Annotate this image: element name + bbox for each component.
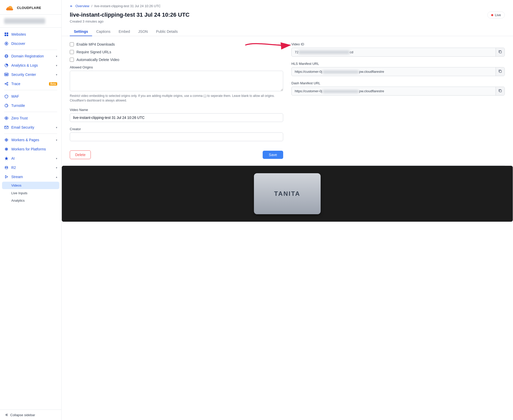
- tab-captions[interactable]: Captions: [92, 27, 114, 36]
- actions-row: Delete Save: [70, 146, 283, 159]
- video-id-prefix: 72: [295, 50, 298, 54]
- require-signed-label[interactable]: Require Signed URLs: [76, 50, 111, 54]
- live-badge: Live: [487, 12, 505, 18]
- auto-delete-label[interactable]: Automatically Delete Video: [76, 58, 119, 62]
- left-column: Enable MP4 Downloads Require Signed URLs…: [70, 42, 283, 159]
- sidebar-item-trace[interactable]: Trace Beta: [0, 79, 61, 88]
- logo-text: CLOUDFLARE: [17, 6, 41, 10]
- copy-icon: [498, 50, 502, 54]
- sidebar-item-ai[interactable]: AI ▾: [0, 154, 61, 163]
- sidebar-item-workers-pages[interactable]: Workers & Pages ▾: [0, 135, 61, 145]
- svg-line-21: [6, 84, 7, 85]
- save-button[interactable]: Save: [263, 151, 283, 159]
- tab-embed[interactable]: Embed: [115, 27, 134, 36]
- tab-json[interactable]: JSON: [134, 27, 152, 36]
- video-name-label: Video Name: [70, 108, 283, 112]
- tab-settings[interactable]: Settings: [70, 27, 92, 36]
- created-text: Created 3 minutes ago: [70, 19, 505, 23]
- svg-point-27: [6, 139, 7, 140]
- workers-pages-chevron: ▾: [56, 139, 57, 141]
- enable-mp4-label[interactable]: Enable MP4 Downloads: [76, 42, 115, 46]
- video-placeholder: TANITA: [62, 166, 513, 222]
- tabs-bar: Settings Captions Embed JSON Public Deta…: [70, 27, 505, 36]
- collapse-icon: [4, 413, 8, 417]
- right-column: Video ID 72cd HLS Manifest URL: [291, 42, 505, 159]
- domain-registration-icon: [4, 54, 9, 58]
- dash-copy-button[interactable]: [496, 87, 505, 95]
- page-header-row: live-instant-clipping-test 31 Jul 24 10:…: [70, 12, 505, 18]
- breadcrumb-overview-link[interactable]: Overview: [75, 4, 89, 8]
- ai-icon: [4, 156, 9, 161]
- sidebar-item-turnstile[interactable]: Turnstile: [0, 101, 61, 110]
- delete-button[interactable]: Delete: [70, 150, 91, 159]
- turnstile-label: Turnstile: [11, 104, 57, 108]
- account-selector[interactable]: [0, 15, 61, 28]
- settings-grid: Enable MP4 Downloads Require Signed URLs…: [70, 42, 505, 159]
- svg-rect-42: [499, 70, 501, 73]
- video-name-group: Video Name live-instant-clipping-test 31…: [70, 108, 283, 122]
- svg-rect-3: [7, 35, 8, 36]
- cloudflare-logo-icon: [5, 5, 15, 11]
- sidebar-subitem-videos[interactable]: Videos: [2, 182, 59, 189]
- creator-label: Creator: [70, 127, 283, 131]
- sidebar-item-waf[interactable]: WAF: [0, 92, 61, 101]
- sidebar-item-domain-registration[interactable]: Domain Registration ▾: [0, 52, 61, 61]
- dash-url-blur: [323, 90, 359, 93]
- sidebar-subitem-analytics[interactable]: Analytics: [0, 197, 61, 204]
- allowed-origins-label: Allowed Origins: [70, 65, 283, 69]
- dash-url-group: Dash Manifest URL https://customer-0jpw.…: [291, 81, 505, 96]
- hls-suffix: pw.cloudflarestre: [359, 70, 384, 74]
- sidebar-item-discover[interactable]: Discover: [0, 39, 61, 48]
- auto-delete-checkbox[interactable]: [70, 58, 74, 62]
- sidebar-item-websites[interactable]: Websites: [0, 30, 61, 39]
- security-center-icon: [4, 72, 9, 77]
- require-signed-checkbox[interactable]: [70, 50, 74, 54]
- sidebar-subitem-live-inputs[interactable]: Live Inputs: [0, 189, 61, 197]
- collapse-sidebar-button[interactable]: Collapse sidebar: [0, 409, 61, 420]
- video-name-input[interactable]: live-instant-clipping-test 31 Jul 24 10:…: [70, 113, 283, 122]
- enable-mp4-row: Enable MP4 Downloads: [70, 42, 283, 46]
- svg-point-24: [6, 118, 7, 119]
- email-security-chevron: ▾: [56, 126, 57, 129]
- svg-line-20: [6, 83, 7, 84]
- r2-chevron: ▾: [56, 166, 57, 169]
- sidebar-item-zero-trust[interactable]: Zero Trust: [0, 114, 61, 123]
- auto-delete-row: Automatically Delete Video: [70, 58, 283, 62]
- creator-input[interactable]: [70, 132, 283, 141]
- video-id-copy-button[interactable]: [496, 48, 505, 56]
- page-header: Overview / live-instant-clipping-test 31…: [62, 0, 513, 36]
- trace-icon: [4, 81, 9, 86]
- enable-mp4-checkbox[interactable]: [70, 42, 74, 46]
- breadcrumb-separator: /: [91, 4, 92, 8]
- breadcrumb-current: live-instant-clipping-test 31 Jul 24 10:…: [94, 4, 161, 8]
- sidebar-item-workers-platforms[interactable]: Workers for Platforms: [0, 145, 61, 154]
- domain-registration-chevron: ▾: [56, 55, 57, 58]
- collapse-label: Collapse sidebar: [10, 413, 35, 417]
- video-id-group: Video ID 72cd: [291, 42, 505, 57]
- page-title: live-instant-clipping-test 31 Jul 24 10:…: [70, 12, 190, 18]
- hls-prefix: https://customer-0j: [295, 70, 322, 74]
- sidebar-item-stream[interactable]: Stream ▴: [0, 172, 61, 181]
- require-signed-row: Require Signed URLs: [70, 50, 283, 54]
- videos-label: Videos: [11, 183, 22, 187]
- tanita-brand-text: TANITA: [274, 190, 300, 197]
- r2-icon: [4, 165, 9, 170]
- svg-point-7: [6, 43, 7, 44]
- sidebar-item-email-security[interactable]: Email Security ▾: [0, 123, 61, 132]
- sidebar-item-r2[interactable]: R2 ▾: [0, 163, 61, 172]
- sidebar-item-security-center[interactable]: Security Center ▾: [0, 70, 61, 79]
- sidebar: CLOUDFLARE Websites Discover Domain Regi…: [0, 0, 62, 420]
- svg-rect-43: [499, 90, 501, 92]
- workers-platforms-icon: [4, 147, 9, 151]
- sidebar-item-analytics-logs[interactable]: Analytics & Logs ▾: [0, 61, 61, 70]
- turnstile-icon: [4, 103, 9, 108]
- hls-copy-button[interactable]: [496, 67, 505, 76]
- allowed-origins-input[interactable]: [70, 71, 283, 91]
- discover-label: Discover: [11, 42, 57, 46]
- analytics-logs-icon: [4, 63, 9, 68]
- tab-public-details[interactable]: Public Details: [152, 27, 182, 36]
- security-center-label: Security Center: [11, 73, 53, 77]
- ai-label: AI: [11, 156, 53, 160]
- svg-rect-41: [499, 51, 501, 53]
- sidebar-navigation: Websites Discover Domain Registration ▾ …: [0, 28, 61, 409]
